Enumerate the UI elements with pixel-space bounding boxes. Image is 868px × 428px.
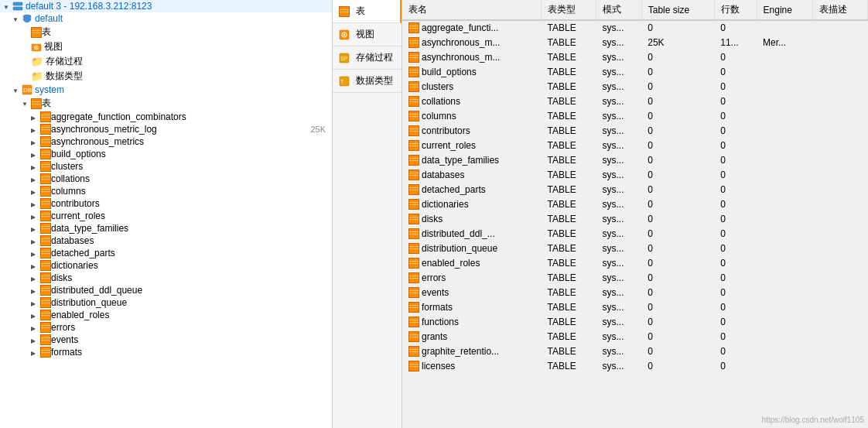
system-table-distq[interactable]: distribution_queue xyxy=(0,296,332,309)
table-row[interactable]: distributed_ddl_...TABLEsys...00 xyxy=(402,227,868,241)
cell-desc xyxy=(813,359,868,374)
cell-rows: 0 xyxy=(714,241,757,256)
cell-engine xyxy=(757,153,813,168)
system-table-collations[interactable]: collations xyxy=(0,173,332,185)
table-row[interactable]: distribution_queueTABLEsys...00 xyxy=(402,241,868,256)
system-table-am[interactable]: asynchronous_metrics xyxy=(0,135,332,148)
tab-view[interactable]: 视图 xyxy=(333,23,402,46)
cell-size: 0 xyxy=(641,315,714,330)
table-row[interactable]: collationsTABLEsys...00 xyxy=(402,94,868,109)
system-table-ddl[interactable]: distributed_ddl_queue xyxy=(0,284,332,296)
row-table-icon xyxy=(408,81,419,92)
table-row[interactable]: databasesTABLEsys...00 xyxy=(402,168,868,183)
cell-type: TABLE xyxy=(542,286,596,300)
table-row[interactable]: columnsTABLEsys...00 xyxy=(402,109,868,124)
table-row[interactable]: eventsTABLEsys...00 xyxy=(402,286,868,300)
cell-engine xyxy=(757,139,813,153)
cell-desc xyxy=(813,256,868,271)
system-table-events[interactable]: events xyxy=(0,334,332,346)
system-table-dictionaries[interactable]: dictionaries xyxy=(0,259,332,272)
folder-icon2: 📁 xyxy=(31,70,43,82)
default-db-label: default xyxy=(35,13,63,24)
cell-type: TABLE xyxy=(542,271,596,286)
cell-engine xyxy=(757,197,813,212)
cell-schema: sys... xyxy=(596,256,641,271)
table-row[interactable]: detached_partsTABLEsys...00 xyxy=(402,183,868,197)
default-type-folder[interactable]: 📁 数据类型 xyxy=(0,69,332,84)
table-row[interactable]: aggregate_functi...TABLEsys...00 xyxy=(402,20,868,36)
table-row[interactable]: clustersTABLEsys...00 xyxy=(402,80,868,94)
table-row[interactable]: dictionariesTABLEsys...00 xyxy=(402,197,868,212)
cell-desc xyxy=(813,183,868,197)
row-table-icon xyxy=(408,302,419,313)
cell-size: 0 xyxy=(641,80,714,94)
system-table-aml[interactable]: asynchronous_metric_log 25K xyxy=(0,123,332,135)
cell-type: TABLE xyxy=(542,344,596,359)
table-row[interactable]: disksTABLEsys...00 xyxy=(402,212,868,227)
table-area[interactable]: 表名 表类型 模式 Table size 行数 Engine 表描述 aggre… xyxy=(402,0,868,428)
table-row[interactable]: asynchronous_m...TABLEsys...00 xyxy=(402,50,868,65)
cell-engine xyxy=(757,256,813,271)
table-row[interactable]: formatsTABLEsys...00 xyxy=(402,300,868,315)
cell-name: enabled_roles xyxy=(402,256,542,271)
tab-proc[interactable]: SP 存储过程 xyxy=(333,46,402,70)
system-table-folder[interactable]: 表 xyxy=(0,96,332,111)
system-table-databases[interactable]: databases xyxy=(0,235,332,247)
tab-type[interactable]: T 数据类型 xyxy=(333,70,402,93)
system-table-clusters[interactable]: clusters xyxy=(0,160,332,173)
cell-rows: 0 xyxy=(714,197,757,212)
table-row[interactable]: enabled_rolesTABLEsys...00 xyxy=(402,256,868,271)
cell-name: distribution_queue xyxy=(402,241,542,256)
cell-schema: sys... xyxy=(596,197,641,212)
default-table-folder[interactable]: 表 xyxy=(0,25,332,39)
default-proc-folder[interactable]: 📁 存储过程 xyxy=(0,54,332,69)
cell-engine xyxy=(757,212,813,227)
col-name: 表名 xyxy=(402,0,542,20)
cell-size: 0 xyxy=(641,109,714,124)
cell-rows: 0 xyxy=(714,65,757,80)
system-table-contributors[interactable]: contributors xyxy=(0,197,332,210)
table-row[interactable]: grantsTABLEsys...00 xyxy=(402,330,868,344)
tab-table[interactable]: 表 xyxy=(333,0,402,23)
root-node[interactable]: default 3 - 192.168.3.212:8123 xyxy=(0,0,332,12)
table-row[interactable]: licensesTABLEsys...00 xyxy=(402,359,868,374)
svg-text:SP: SP xyxy=(340,56,348,61)
cell-type: TABLE xyxy=(542,20,596,36)
row-table-icon xyxy=(408,258,419,269)
table-row[interactable]: functionsTABLEsys...00 xyxy=(402,315,868,330)
cell-type: TABLE xyxy=(542,330,596,344)
default-db-node[interactable]: default xyxy=(0,12,332,25)
table-row[interactable]: graphite_retentio...TABLEsys...00 xyxy=(402,344,868,359)
data-table: 表名 表类型 模式 Table size 行数 Engine 表描述 aggre… xyxy=(402,0,868,374)
table-row[interactable]: data_type_familiesTABLEsys...00 xyxy=(402,153,868,168)
svg-text:T: T xyxy=(340,79,344,84)
default-view-folder[interactable]: 视图 xyxy=(0,39,332,54)
system-table-columns[interactable]: columns xyxy=(0,185,332,197)
system-table-afc[interactable]: aggregate_function_combinators xyxy=(0,111,332,123)
system-db-node[interactable]: DB system xyxy=(0,84,332,96)
table-row[interactable]: current_rolesTABLEsys...00 xyxy=(402,139,868,153)
table-row[interactable]: build_optionsTABLEsys...00 xyxy=(402,65,868,80)
table-row[interactable]: asynchronous_m...TABLEsys...25K11...Mer.… xyxy=(402,36,868,50)
cell-schema: sys... xyxy=(596,109,641,124)
cell-size: 0 xyxy=(641,197,714,212)
system-table-bo[interactable]: build_options xyxy=(0,148,332,160)
system-table-errors[interactable]: errors xyxy=(0,321,332,334)
system-table-formats[interactable]: formats xyxy=(0,346,332,358)
cell-type: TABLE xyxy=(542,36,596,50)
row-table-icon xyxy=(408,184,419,195)
system-table-disks[interactable]: disks xyxy=(0,272,332,284)
cell-size: 0 xyxy=(641,241,714,256)
col-desc: 表描述 xyxy=(813,0,868,20)
cell-engine xyxy=(757,241,813,256)
cell-rows: 0 xyxy=(714,271,757,286)
system-table-dtf[interactable]: data_type_families xyxy=(0,222,332,235)
table-row[interactable]: contributorsTABLEsys...00 xyxy=(402,124,868,139)
system-table-current-roles[interactable]: current_roles xyxy=(0,210,332,222)
sidebar[interactable]: default 3 - 192.168.3.212:8123 default 表… xyxy=(0,0,333,428)
system-table-enabled-roles[interactable]: enabled_roles xyxy=(0,309,332,321)
system-table-detached[interactable]: detached_parts xyxy=(0,247,332,259)
cell-type: TABLE xyxy=(542,359,596,374)
cell-rows: 0 xyxy=(714,359,757,374)
table-row[interactable]: errorsTABLEsys...00 xyxy=(402,271,868,286)
